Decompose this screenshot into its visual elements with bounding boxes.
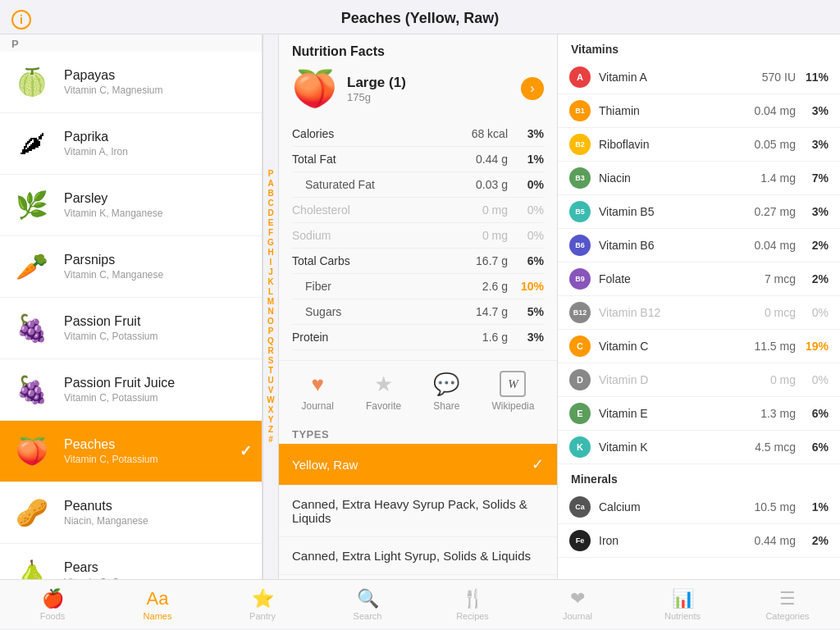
item-emoji: 🍇 (10, 368, 54, 412)
alpha-letter[interactable]: K (267, 277, 274, 287)
vitamin-row: Ca Calcium 10.5 mg 1% (558, 491, 840, 524)
vitamin-row: B1 Thiamin 0.04 mg 3% (558, 94, 840, 128)
alpha-letter[interactable]: N (267, 307, 274, 317)
item-name: Passion Fruit (64, 314, 252, 329)
tab-recipes[interactable]: 🍴 Recipes (420, 583, 525, 626)
sidebar-item[interactable]: 🍑 Peaches Vitamin C, Potassium ✓ (0, 421, 262, 482)
alpha-letter[interactable]: J (267, 267, 274, 277)
sidebar-item[interactable]: 🍐 Pears Vitamin C, Copper (0, 544, 262, 579)
item-name: Peanuts (64, 499, 252, 514)
type-item[interactable]: Yellow, Raw✓ (279, 444, 557, 486)
alpha-letter[interactable]: # (267, 435, 274, 445)
alpha-letter[interactable]: S (267, 356, 274, 366)
alpha-letter[interactable]: I (267, 258, 274, 267)
vitamin-badge: C (569, 336, 591, 357)
vitamin-name: Vitamin D (599, 373, 738, 386)
alpha-letter[interactable]: W (267, 395, 274, 405)
nutrient-row: Total Carbs 16.7 g 6% (292, 249, 544, 274)
vitamin-pct: 3% (796, 205, 829, 218)
next-arrow[interactable]: › (521, 77, 544, 100)
alpha-letter[interactable]: G (267, 238, 274, 248)
alpha-letter[interactable]: X (267, 405, 274, 415)
vitamin-value: 10.5 mg (738, 500, 796, 514)
tab-icon: 🍴 (462, 588, 484, 609)
item-name: Parsley (64, 191, 252, 206)
vitamin-row: B9 Folate 7 mcg 2% (558, 262, 840, 296)
nutrient-value: 0 mg (450, 229, 508, 242)
share-icon: 💬 (433, 372, 459, 397)
vitamin-pct: 0% (796, 306, 829, 319)
sidebar-item[interactable]: 🍈 Papayas Vitamin C, Magnesium (0, 52, 262, 113)
alpha-letter[interactable]: Y (267, 415, 274, 425)
tab-foods[interactable]: 🍎 Foods (0, 583, 105, 626)
item-name: Passion Fruit Juice (64, 376, 252, 390)
tab-icon: ⭐ (252, 588, 274, 609)
tab-label: Categories (765, 611, 809, 621)
alpha-letter[interactable]: T (267, 366, 274, 376)
alpha-letter[interactable]: P (267, 326, 274, 336)
alpha-letter[interactable]: C (267, 199, 274, 208)
alpha-letter[interactable]: O (267, 317, 274, 326)
sidebar-item[interactable]: 🍇 Passion Fruit Vitamin C, Potassium (0, 298, 262, 359)
vitamin-value: 0 mcg (738, 306, 796, 319)
vitamin-name: Vitamin B5 (599, 205, 738, 218)
tab-nutrients[interactable]: 📊 Nutrients (630, 583, 735, 626)
alpha-letter[interactable]: Q (267, 336, 274, 346)
alpha-letter[interactable]: Z (267, 425, 274, 435)
nutrient-name: Cholesterol (292, 203, 450, 217)
minerals-label: Minerals (558, 464, 840, 491)
favorite-button[interactable]: ★ Favorite (366, 372, 401, 412)
alpha-letter[interactable]: A (267, 179, 274, 189)
nutrient-name: Sugars (292, 305, 450, 318)
alpha-letter[interactable]: L (267, 287, 274, 297)
main-content: P 🍈 Papayas Vitamin C, Magnesium 🌶 Papri… (0, 34, 840, 579)
tab-journal[interactable]: ❤ Journal (525, 583, 630, 626)
tab-categories[interactable]: ☰ Categories (735, 583, 840, 626)
alpha-letter[interactable]: M (267, 297, 274, 307)
vitamin-name: Niacin (599, 171, 738, 185)
sidebar-item[interactable]: 🍇 Passion Fruit Juice Vitamin C, Potassi… (0, 359, 262, 421)
nutrient-value: 1.6 g (450, 331, 508, 344)
alpha-letter[interactable]: U (267, 376, 274, 386)
item-emoji: 🍐 (10, 552, 54, 579)
item-subtitle: Vitamin C, Potassium (64, 331, 252, 342)
alpha-letter[interactable]: E (267, 218, 274, 228)
tab-pantry[interactable]: ⭐ Pantry (210, 583, 315, 626)
alpha-letter[interactable]: B (267, 189, 274, 199)
sidebar-item[interactable]: 🥕 Parsnips Vitamin C, Manganese (0, 236, 262, 298)
vitamin-value: 4.5 mcg (738, 441, 796, 454)
vitamin-pct: 0% (796, 373, 829, 386)
tab-names[interactable]: Aa Names (105, 583, 210, 626)
vitamin-value: 0.44 mg (738, 534, 796, 547)
vitamin-badge: B9 (569, 268, 591, 290)
nutrient-name: Protein (292, 331, 450, 344)
alpha-letter[interactable]: V (267, 386, 274, 395)
nutrient-value: 0.03 g (450, 178, 508, 191)
journal-button[interactable]: ♥ Journal (302, 372, 334, 412)
food-list: P 🍈 Papayas Vitamin C, Magnesium 🌶 Papri… (0, 34, 262, 579)
sidebar-item[interactable]: 🌶 Paprika Vitamin A, Iron (0, 113, 262, 175)
alpha-letter[interactable]: P (267, 169, 274, 179)
type-item[interactable]: Canned, Extra Light Syrup, Solids & Liqu… (279, 537, 557, 575)
sidebar-item[interactable]: 🥜 Peanuts Niacin, Manganese (0, 482, 262, 544)
item-emoji: 🌿 (10, 183, 54, 227)
info-icon[interactable]: i (11, 10, 31, 30)
item-subtitle: Vitamin C, Copper (64, 577, 252, 579)
tab-search[interactable]: 🔍 Search (315, 583, 420, 626)
wikipedia-button[interactable]: W Wikipedia (491, 371, 534, 412)
item-emoji: 🍇 (10, 306, 54, 350)
item-subtitle: Vitamin C, Potassium (64, 454, 240, 465)
alpha-letter[interactable]: H (267, 248, 274, 258)
sidebar-item[interactable]: 🌿 Parsley Vitamin K, Manganese (0, 175, 262, 236)
vitamin-row: B5 Vitamin B5 0.27 mg 3% (558, 195, 840, 229)
share-button[interactable]: 💬 Share (433, 372, 459, 412)
vitamin-pct: 3% (796, 104, 829, 117)
vitamin-badge: B6 (569, 235, 591, 256)
vitamin-pct: 2% (796, 534, 829, 547)
alpha-letter[interactable]: R (267, 346, 274, 356)
alpha-letter[interactable]: F (267, 228, 274, 238)
type-item[interactable]: Canned, Extra Heavy Syrup Pack, Solids &… (279, 486, 557, 537)
vitamin-value: 11.5 mg (738, 340, 796, 353)
nutrient-pct: 0% (508, 178, 544, 191)
alpha-letter[interactable]: D (267, 208, 274, 218)
